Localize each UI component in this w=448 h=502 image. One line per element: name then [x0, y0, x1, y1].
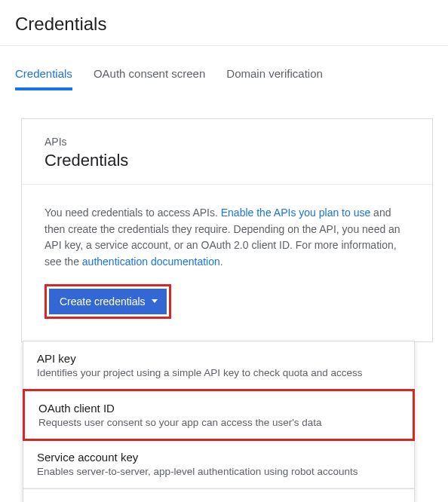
dropdown-item-title: Service account key	[37, 451, 400, 464]
dropdown-item-help-me-choose[interactable]: Help me choose Asks a few questions to h…	[23, 488, 414, 502]
info-post: .	[220, 256, 223, 268]
enable-apis-link[interactable]: Enable the APIs you plan to use	[221, 207, 370, 219]
page-header: Credentials	[0, 0, 448, 46]
create-credentials-button[interactable]: Create credentials	[49, 289, 167, 314]
create-credentials-highlight: Create credentials	[44, 284, 171, 319]
card-body: You need credentials to access APIs. Ena…	[22, 185, 432, 341]
card-eyebrow: APIs	[44, 136, 410, 148]
card-title: Credentials	[44, 151, 410, 170]
dropdown-item-service-account-key[interactable]: Service account key Enables server-to-se…	[23, 440, 414, 488]
tab-oauth-consent-screen[interactable]: OAuth consent screen	[94, 67, 205, 90]
dropdown-item-title: API key	[37, 352, 400, 365]
dropdown-item-desc: Enables server-to-server, app-level auth…	[37, 466, 400, 477]
info-text: You need credentials to access APIs. Ena…	[44, 205, 410, 271]
dropdown-item-desc: Requests user consent so your app can ac…	[38, 417, 399, 428]
dropdown-item-oauth-client-id[interactable]: OAuth client ID Requests user consent so…	[23, 389, 415, 441]
page-title: Credentials	[15, 14, 433, 35]
create-credentials-dropdown: API key Identifies your project using a …	[23, 341, 415, 502]
create-credentials-label: Create credentials	[60, 295, 146, 308]
tab-domain-verification[interactable]: Domain verification	[226, 67, 323, 90]
auth-doc-link[interactable]: authentication documentation	[82, 256, 220, 268]
credentials-card: APIs Credentials You need credentials to…	[21, 118, 433, 342]
tab-credentials[interactable]: Credentials	[15, 67, 72, 90]
card-header: APIs Credentials	[22, 119, 432, 185]
dropdown-item-title: OAuth client ID	[38, 402, 399, 415]
info-pre: You need credentials to access APIs.	[44, 207, 221, 219]
chevron-down-icon	[152, 299, 158, 303]
dropdown-item-api-key[interactable]: API key Identifies your project using a …	[23, 341, 414, 390]
dropdown-item-desc: Identifies your project using a simple A…	[37, 367, 400, 378]
tabs: Credentials OAuth consent screen Domain …	[0, 67, 448, 91]
